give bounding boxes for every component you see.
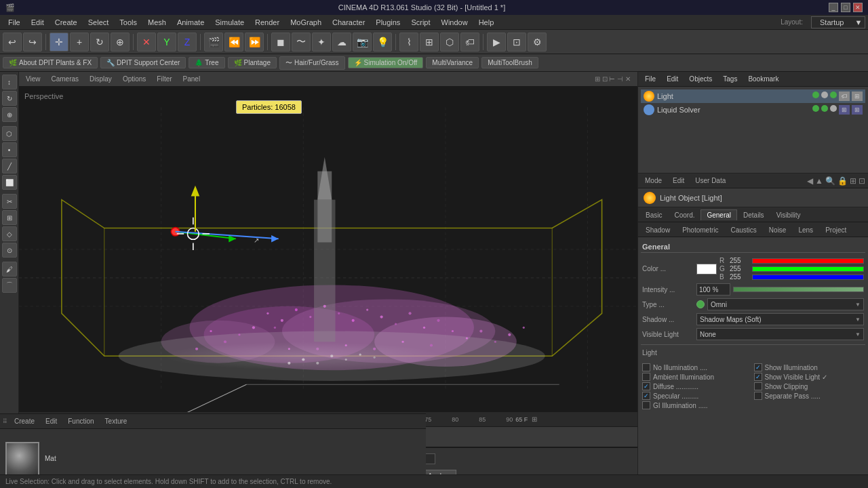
mat-function-menu[interactable]: Function (64, 416, 98, 426)
poly-tool[interactable]: ⬜ (2, 175, 17, 190)
render-button[interactable]: ▶ (487, 33, 506, 52)
solver-vis-dot2[interactable] (821, 105, 828, 112)
menu-mesh[interactable]: Mesh (142, 17, 172, 28)
light-shader-icon[interactable]: ⊞ (852, 92, 863, 101)
props-edit-menu[interactable]: Edit (669, 176, 688, 185)
x-axis-button[interactable]: ✕ (137, 33, 156, 52)
tab-view[interactable]: View (22, 74, 45, 84)
menu-character[interactable]: Character (327, 17, 370, 28)
key-button[interactable]: ⏩ (245, 33, 264, 52)
maximize-button[interactable]: □ (841, 3, 850, 12)
deform-button[interactable]: 〜 (292, 33, 311, 52)
record-button[interactable]: ⏪ (224, 33, 243, 52)
minimize-button[interactable]: _ (829, 3, 838, 12)
light-vis-dot3[interactable] (830, 92, 837, 98)
mat-texture-menu[interactable]: Texture (101, 416, 132, 426)
diffuse-checkbox[interactable] (642, 382, 650, 390)
menu-simulate[interactable]: Simulate (210, 17, 250, 28)
point-tool[interactable]: • (2, 142, 17, 157)
light-vis-dot1[interactable] (812, 92, 819, 98)
list-item[interactable]: Light 🏷 ⊞ (641, 89, 865, 103)
menu-window[interactable]: Window (436, 17, 473, 28)
brush-tool[interactable]: 🖌 (2, 262, 17, 277)
polygon-button[interactable]: ⬡ (440, 33, 459, 52)
layout-dropdown[interactable]: Startup ▼ (811, 16, 865, 28)
menu-render[interactable]: Render (250, 17, 285, 28)
tab-visibility[interactable]: Visibility (770, 209, 807, 220)
tab-noise[interactable]: Noise (763, 224, 793, 235)
tab-options[interactable]: Options (119, 74, 150, 84)
show-illumination-checkbox[interactable] (754, 363, 762, 371)
mat-create-menu[interactable]: Create (10, 416, 39, 426)
props-nav-up[interactable]: ▲ (815, 176, 823, 186)
tab-filter[interactable]: Filter (153, 74, 176, 84)
tab-display[interactable]: Display (85, 74, 116, 84)
gi-illumination-checkbox[interactable] (642, 401, 650, 409)
tab-caustics[interactable]: Caustics (725, 224, 763, 235)
menu-edit[interactable]: Edit (26, 17, 50, 28)
hair-button[interactable]: ☁ (332, 33, 351, 52)
r-channel-bar[interactable] (752, 258, 864, 264)
tab-photometric[interactable]: Photometric (676, 224, 724, 235)
props-bookmark-icon[interactable]: ⊞ (850, 176, 856, 186)
light-vis-dot2[interactable] (821, 92, 828, 98)
b-channel-bar[interactable] (752, 274, 864, 280)
shadow-dropdown[interactable]: Shadow Maps (Soft) ▼ (696, 313, 864, 325)
specular-checkbox[interactable] (642, 392, 650, 400)
menu-animate[interactable]: Animate (172, 17, 210, 28)
menu-create[interactable]: Create (50, 17, 83, 28)
rotate-tool[interactable]: ↻ (90, 33, 109, 52)
render-settings-button[interactable]: ⚙ (528, 33, 547, 52)
type-dropdown[interactable]: Omni ▼ (707, 298, 864, 310)
color-swatch[interactable] (696, 264, 717, 274)
z-axis-button[interactable]: Z (178, 33, 197, 52)
plugin-plantage[interactable]: 🌿 Plantage (228, 57, 277, 68)
intensity-input[interactable]: 100 % (696, 283, 730, 296)
light-tag-icon[interactable]: 🏷 (839, 92, 850, 101)
rotate-lt[interactable]: ↻ (2, 91, 17, 106)
objects-objects-menu[interactable]: Objects (686, 74, 715, 84)
tab-panel[interactable]: Panel (179, 74, 205, 84)
solver-vis-dot3[interactable] (830, 105, 837, 112)
show-visible-light-checkbox[interactable] (754, 373, 762, 381)
light-button[interactable]: 💡 (373, 33, 392, 52)
props-userdata-menu[interactable]: User Data (691, 176, 730, 185)
edge-tool[interactable]: ╱ (2, 159, 17, 174)
plugin-simulation[interactable]: ⚡ Simulation On/Off (348, 57, 424, 68)
no-illumination-checkbox[interactable] (642, 363, 650, 371)
plugin-hair[interactable]: 〜 Hair/Fur/Grass (279, 56, 345, 70)
particle-button[interactable]: ✦ (312, 33, 331, 52)
select-tool[interactable]: ✛ (50, 33, 68, 52)
redo-button[interactable]: ↪ (23, 33, 42, 52)
y-axis-button[interactable]: Y (157, 33, 176, 52)
move-lt[interactable]: ↕ (2, 75, 17, 89)
tab-general[interactable]: General (701, 209, 737, 220)
props-mode-menu[interactable]: Mode (641, 176, 666, 185)
tab-details[interactable]: Details (737, 209, 770, 220)
tab-shadow[interactable]: Shadow (639, 224, 676, 235)
menu-tools[interactable]: Tools (114, 17, 142, 28)
magnet-tool[interactable]: ⌒ (2, 278, 17, 293)
menu-script[interactable]: Script (406, 17, 435, 28)
props-lock-icon[interactable]: 🔒 (837, 176, 848, 186)
separate-pass-checkbox[interactable] (754, 392, 762, 400)
scale-tool[interactable]: ⊕ (111, 33, 130, 52)
menu-select[interactable]: Select (83, 17, 115, 28)
tab-coord[interactable]: Coord. (668, 209, 701, 220)
tab-project[interactable]: Project (819, 224, 852, 235)
ambient-illumination-checkbox[interactable] (642, 373, 650, 381)
props-search-icon[interactable]: 🔍 (825, 176, 835, 186)
scale-lt[interactable]: ⊕ (2, 107, 17, 122)
intensity-slider[interactable] (733, 287, 864, 292)
objects-file-menu[interactable]: File (642, 74, 658, 84)
weld-tool[interactable]: ⊙ (2, 243, 17, 258)
bevel-tool[interactable]: ◇ (2, 226, 17, 241)
props-icon2[interactable]: ⊡ (859, 176, 865, 186)
move-tool[interactable]: + (70, 33, 89, 52)
camera-button[interactable]: 📷 (353, 33, 372, 52)
plugin-support-center[interactable]: 🔧 DPIT Support Center (100, 57, 186, 68)
nurbs-button[interactable]: ⊞ (420, 33, 439, 52)
view-cube[interactable]: ⬡ (2, 126, 17, 141)
plugin-about-dpit[interactable]: 🌿 About DPIT Plants & FX (3, 57, 98, 68)
spline-button[interactable]: ⌇ (399, 33, 418, 52)
